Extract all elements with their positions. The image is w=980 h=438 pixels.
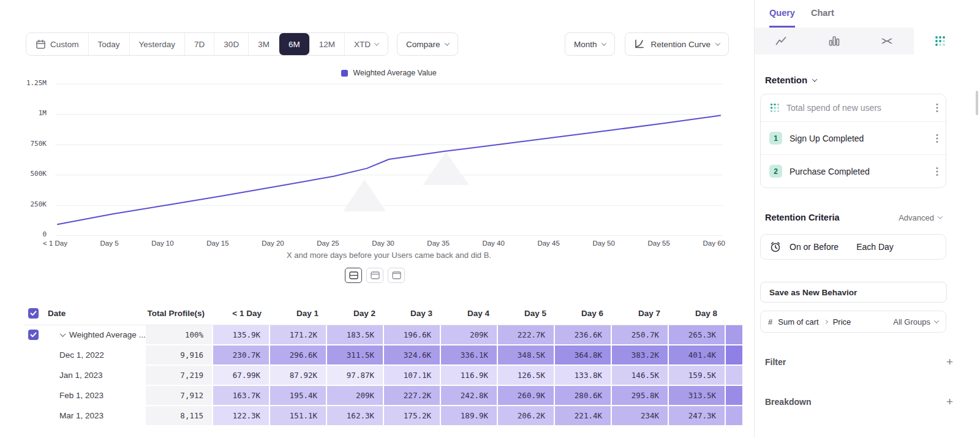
table-row: Mar 1, 2023 8,115 122.3K 151.1K 162.3K 1… (24, 406, 742, 426)
clock-icon (769, 241, 782, 253)
x-tick: Day 55 (647, 240, 669, 247)
metric-cell: 236.6K (555, 325, 612, 345)
step-label: Purchase Completed (790, 167, 870, 176)
report-type-insights[interactable] (755, 28, 808, 55)
x-tick: Day 50 (592, 240, 614, 247)
row-density-medium-button[interactable] (366, 268, 383, 283)
tab-query[interactable]: Query (769, 8, 795, 28)
metric-cell: 222.7K (498, 325, 555, 345)
scrollbar-thumb[interactable] (976, 91, 978, 115)
metric-cell: 159.5K (669, 366, 726, 386)
range-6m-button[interactable]: 6M (279, 33, 309, 55)
retention-line-chart (55, 80, 723, 238)
behavior-title-row[interactable]: Total spend of new users (761, 94, 946, 121)
x-tick: Day 25 (317, 240, 339, 247)
kebab-menu-icon[interactable] (936, 167, 938, 176)
col-header: Day 5 (498, 301, 555, 325)
total-cell: 100% (146, 325, 213, 345)
expand-row-chevron-icon[interactable] (60, 331, 66, 337)
row-density-tall-button[interactable] (388, 268, 405, 283)
report-type-flows[interactable] (861, 28, 914, 55)
date-range-toolbar: Custom Today Yesterday 7D 30D 3M 6M 12M … (26, 32, 458, 56)
granularity-dropdown[interactable]: Month (565, 32, 616, 56)
col-header: Day 7 (612, 301, 669, 325)
retention-section-header[interactable]: Retention (765, 75, 980, 85)
row-label: Feb 1, 2023 (48, 386, 146, 406)
chart-legend: Weighted Average Value (55, 69, 723, 77)
report-type-retention[interactable] (914, 28, 967, 55)
tab-chart[interactable]: Chart (811, 8, 834, 28)
range-today-button[interactable]: Today (88, 33, 129, 55)
row-height-toggles (345, 268, 405, 283)
metric-cell: 209K (327, 386, 384, 406)
table-header-row: Date Total Profile(s) < 1 Day Day 1 Day … (24, 301, 742, 325)
advanced-dropdown[interactable]: Advanced (899, 213, 942, 222)
range-7d-button[interactable]: 7D (184, 33, 214, 55)
retention-curve-icon (634, 39, 645, 50)
row-checkbox[interactable] (28, 330, 39, 340)
metric-cell: 183.5K (327, 325, 384, 345)
row-density-medium-icon (371, 271, 380, 279)
check-icon (30, 311, 37, 316)
main-panel: Custom Today Yesterday 7D 30D 3M 6M 12M … (0, 0, 754, 438)
x-tick: Day 45 (537, 240, 559, 247)
total-cell: 7,219 (146, 366, 213, 386)
metric-cell: 296.6K (270, 345, 327, 366)
x-tick: Day 35 (427, 240, 449, 247)
col-header: Day 3 (384, 301, 441, 325)
metric-cell: 107.1K (384, 366, 441, 386)
report-type-funnels[interactable] (808, 28, 861, 55)
x-tick: < 1 Day (43, 240, 67, 247)
add-filter-button[interactable]: + (946, 356, 953, 368)
table-row: Dec 1, 2022 9,916 230.7K 296.6K 311.5K 3… (24, 345, 742, 366)
criteria-title: Retention Criteria (765, 213, 840, 222)
criteria-frequency[interactable]: Each Day (856, 242, 894, 252)
select-all-checkbox[interactable] (28, 308, 39, 319)
metric-cell: 122.3K (213, 406, 270, 426)
range-3m-button[interactable]: 3M (248, 33, 279, 55)
retention-criteria-card[interactable]: On or Before Each Day (760, 234, 946, 260)
metric-cell: 196.6K (384, 325, 441, 345)
range-12m-button[interactable]: 12M (309, 33, 344, 55)
chevron-down-icon (812, 77, 817, 81)
col-header: Day 2 (327, 301, 384, 325)
total-cell: 7,912 (146, 386, 213, 406)
breakdown-section: Breakdown + (765, 396, 953, 407)
report-type-tabs (755, 28, 967, 55)
calendar-icon (36, 39, 46, 50)
retention-criteria-header: Retention Criteria Advanced (765, 213, 942, 222)
row-label: Jan 1, 2023 (48, 366, 146, 386)
range-30d-button[interactable]: 30D (214, 33, 248, 55)
metric-cell: 313.5K (669, 386, 726, 406)
metric-cell: 295.8K (612, 386, 669, 406)
x-tick: Day 40 (482, 240, 504, 247)
save-as-new-behavior-button[interactable]: Save as New Behavior (760, 282, 947, 303)
chart-canvas (55, 80, 723, 238)
kebab-menu-icon[interactable] (936, 134, 938, 143)
metric-cell: 116.9K (441, 366, 498, 386)
measure-row[interactable]: # Sum of cart Price All Groups (760, 311, 946, 333)
range-xtd-button[interactable]: XTD (344, 33, 388, 55)
group-dropdown[interactable]: All Groups (893, 317, 938, 327)
metric-cell: 97.87K (327, 366, 384, 386)
range-yesterday-button[interactable]: Yesterday (129, 33, 185, 55)
y-tick: 250K (31, 200, 47, 208)
behavior-step-1[interactable]: 1 Sign Up Completed (761, 121, 946, 154)
range-custom-button[interactable]: Custom (26, 33, 88, 55)
heat-cell-partial (726, 386, 742, 406)
y-tick: 1M (39, 109, 47, 117)
compare-button[interactable]: Compare (397, 32, 459, 56)
behavior-step-2[interactable]: 2 Purchase Completed (761, 154, 946, 187)
filter-section: Filter + (765, 356, 953, 368)
criteria-condition[interactable]: On or Before (790, 242, 839, 252)
line-chart-icon (775, 35, 787, 47)
metric-cell: 133.8K (555, 366, 612, 386)
add-breakdown-button[interactable]: + (946, 396, 953, 407)
row-density-compact-button[interactable] (345, 268, 362, 283)
kebab-menu-icon[interactable] (936, 103, 938, 113)
chevron-down-icon (934, 318, 939, 323)
chart-type-dropdown[interactable]: Retention Curve (625, 32, 729, 56)
metric-cell: 221.4K (555, 406, 612, 426)
x-axis-caption: X and more days before your Users came b… (55, 251, 723, 260)
metric-cell: 146.5K (612, 366, 669, 386)
